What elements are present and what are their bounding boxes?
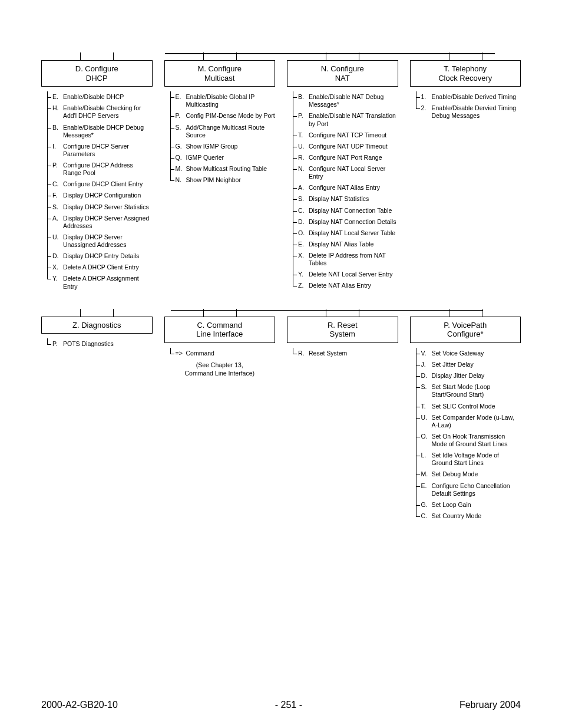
menu-item-key: M.: [176, 165, 184, 173]
menu-item-key: X.: [52, 263, 61, 271]
menu-item-key: S.: [421, 383, 429, 398]
menu-item-text: Display DHCP Server Assigned Addresses: [63, 215, 153, 230]
menu-item-text: Reset System: [309, 350, 398, 357]
menu-item-text: Set Debug Mode: [432, 470, 521, 478]
menu-item: S.Display DHCP Server Statistics: [48, 202, 153, 213]
menu-item-text: Display NAT Alias Table: [309, 241, 398, 248]
menu-item-text: Display Jitter Delay: [432, 372, 521, 380]
menu-item-text: Delete NAT Local Server Entry: [309, 271, 398, 278]
menu-item: Z.Delete NAT Alias Entry: [293, 280, 398, 291]
menu-item: S.Display NAT Statistics: [293, 193, 398, 205]
menu-item: J.Set Jitter Delay: [416, 359, 521, 370]
menu-item: G.Set Loop Gain: [416, 499, 521, 510]
menu-header: D. ConfigureDHCP: [41, 60, 153, 87]
menu-row-2: Z. DiagnosticsP.POTS DiagnosticsC. Comma…: [41, 317, 521, 522]
menu-item-key: B.: [52, 124, 61, 139]
menu-item: E.Display NAT Alias Table: [293, 239, 398, 250]
menu-item: H.Enable/Disable Checking for Add'l DHCP…: [48, 103, 153, 121]
menu-item: S.Set Start Mode (Loop Start/Ground Star…: [416, 381, 521, 400]
menu-item-key: N.: [298, 165, 306, 180]
menu-item-text: Configure DHCP Server Parameters: [63, 143, 153, 158]
menu-item: I.Configure DHCP Server Parameters: [48, 141, 153, 160]
menu-item-key: S.: [52, 203, 61, 211]
menu-item-text: Display NAT Local Server Table: [309, 229, 398, 237]
menu-item: C.Set Country Mode: [416, 510, 521, 522]
menu-item-key: Y.: [52, 275, 61, 290]
menu-item: 2.Enable/Disable Dervied Timing Debug Me…: [416, 103, 521, 121]
menu-item: N.Show PIM Neighbor: [171, 174, 276, 186]
menu-item: B.Enable/Disable DHCP Debug Messages*: [48, 122, 153, 141]
menu-item-text: Set On Hook Transmission Mode of Ground …: [432, 433, 521, 448]
menu-item-text: Delete A DHCP Assignment Entry: [63, 275, 153, 290]
menu-item-text: Display DHCP Entry Details: [63, 252, 153, 260]
page-footer: 2000-A2-GB20-10 - 251 - February 2004: [41, 700, 521, 710]
menu-item: N.Configure NAT Local Server Entry: [293, 163, 398, 182]
menu-item-key: 1.: [421, 93, 429, 101]
menu-item: C.Configure DHCP Client Entry: [48, 179, 153, 190]
menu-header: P. VoicePathConfigure*: [410, 317, 521, 343]
menu-item-text: Enable/Disable DHCP: [63, 93, 153, 101]
menu-item: A.Display DHCP Server Assigned Addresses: [48, 213, 153, 232]
menu-item: G.Show IGMP Group: [171, 141, 276, 152]
menu-item: M.Set Debug Mode: [416, 469, 521, 480]
menu-item: R.Configure NAT Port Range: [293, 152, 398, 163]
menu-item-key: V.: [421, 350, 429, 357]
menu-item-text: Set SLIC Control Mode: [432, 403, 521, 410]
menu-item: 1.Enable/Disable Derived Timing: [416, 91, 521, 103]
menu-item: P.Config PIM-Dense Mode by Port: [171, 110, 276, 121]
menu-item: D.Display DHCP Entry Details: [48, 251, 153, 262]
menu-column: R. ResetSystemR.Reset System: [287, 317, 398, 359]
menu-header: M. ConfigureMulticast: [164, 60, 276, 87]
menu-item: D.Display Jitter Delay: [416, 370, 521, 381]
menu-item-text: Set Voice Gateway: [432, 350, 521, 357]
menu-item-key: O.: [421, 433, 429, 448]
menu-note: (See Chapter 13,Command Line Interface): [164, 361, 276, 377]
menu-item-key: R.: [298, 154, 306, 162]
menu-header: C. CommandLine Interface: [164, 317, 276, 343]
menu-column: N. ConfigureNATB.Enable/Disable NAT Debu…: [287, 60, 398, 292]
menu-item-text: Show Multicast Routing Table: [186, 165, 276, 173]
menu-item: R.Reset System: [293, 348, 398, 359]
menu-column: T. TelephonyClock Recovery1.Enable/Disab…: [410, 60, 521, 122]
menu-item-key: G.: [176, 143, 184, 150]
menu-item-key: A.: [298, 184, 306, 192]
menu-items: P.POTS Diagnostics: [47, 338, 153, 350]
menu-column: M. ConfigureMulticastE.Enable/Disable Gl…: [164, 60, 276, 186]
menu-item: M.Show Multicast Routing Table: [171, 163, 276, 174]
menu-item-key: D.: [52, 252, 61, 260]
menu-item-text: Delete NAT Alias Entry: [309, 282, 398, 289]
menu-items: R.Reset System: [293, 348, 398, 359]
menu-items: E.Enable/Disable Global IP MulticastingP…: [170, 91, 276, 186]
menu-item-text: Config PIM-Dense Mode by Port: [186, 112, 276, 120]
menu-item-key: T.: [421, 403, 429, 410]
menu-item-text: Configure NAT Alias Entry: [309, 184, 398, 192]
menu-item-text: Display NAT Connection Details: [309, 218, 398, 226]
menu-column: P. VoicePathConfigure*V.Set Voice Gatewa…: [410, 317, 521, 522]
menu-item-text: Display DHCP Configuration: [63, 192, 153, 199]
menu-item: T.Configure NAT TCP Timeout: [293, 130, 398, 141]
menu-item: Q.IGMP Querier: [171, 152, 276, 163]
menu-item-key: L.: [421, 452, 429, 467]
menu-item-key: A.: [52, 215, 61, 230]
menu-item-key: H.: [52, 104, 61, 120]
menu-item-text: Configure NAT TCP Timeout: [309, 131, 398, 139]
menu-item: T.Set SLIC Control Mode: [416, 401, 521, 412]
menu-item-key: F.: [52, 192, 61, 199]
menu-item: U.Configure NAT UDP Timeout: [293, 141, 398, 152]
menu-item: X.Delete A DHCP Client Entry: [48, 262, 153, 273]
menu-item-key: C.: [298, 207, 306, 215]
menu-item-text: Display NAT Connection Table: [309, 207, 398, 215]
menu-item-key: S.: [298, 195, 306, 203]
menu-items: =>Command: [170, 348, 276, 359]
menu-item-key: P.: [298, 112, 306, 127]
menu-item: E.Enable/Disable DHCP: [48, 91, 153, 103]
menu-item-key: E.: [421, 482, 429, 498]
menu-item: F.Display DHCP Configuration: [48, 190, 153, 201]
footer-docid: 2000-A2-GB20-10: [41, 700, 118, 710]
menu-item: B.Enable/Disable NAT Debug Messages*: [293, 91, 398, 110]
menu-item-key: U.: [298, 143, 306, 150]
menu-item-text: IGMP Querier: [186, 154, 276, 162]
menu-item-text: Configure DHCP Address Range Pool: [63, 162, 153, 177]
menu-item-key: B.: [298, 93, 306, 108]
menu-item-text: Configure NAT UDP Timeout: [309, 143, 398, 150]
